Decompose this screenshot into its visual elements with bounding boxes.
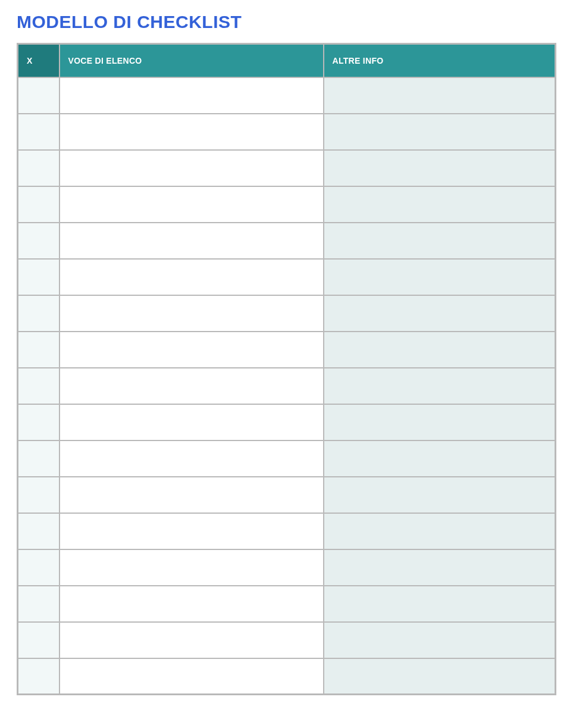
table-row (18, 549, 556, 586)
info-cell[interactable] (324, 440, 556, 477)
item-cell[interactable] (60, 477, 324, 513)
info-cell[interactable] (324, 658, 556, 695)
item-cell[interactable] (60, 513, 324, 549)
check-cell[interactable] (18, 404, 60, 440)
check-cell[interactable] (18, 332, 60, 368)
check-cell[interactable] (18, 295, 60, 332)
info-cell[interactable] (324, 622, 556, 658)
check-cell[interactable] (18, 259, 60, 295)
check-cell[interactable] (18, 658, 60, 695)
table-row (18, 295, 556, 332)
info-cell[interactable] (324, 404, 556, 440)
item-cell[interactable] (60, 658, 324, 695)
table-row (18, 259, 556, 295)
header-check: X (18, 44, 60, 77)
info-cell[interactable] (324, 295, 556, 332)
info-cell[interactable] (324, 223, 556, 259)
item-cell[interactable] (60, 186, 324, 223)
table-header: X VOCE DI ELENCO ALTRE INFO (18, 44, 556, 77)
table-row (18, 622, 556, 658)
item-cell[interactable] (60, 549, 324, 586)
info-cell[interactable] (324, 586, 556, 622)
table-row (18, 77, 556, 114)
table-row (18, 114, 556, 150)
table-row (18, 440, 556, 477)
info-cell[interactable] (324, 332, 556, 368)
item-cell[interactable] (60, 404, 324, 440)
check-cell[interactable] (18, 368, 60, 404)
item-cell[interactable] (60, 150, 324, 186)
checklist-table: X VOCE DI ELENCO ALTRE INFO (17, 43, 556, 695)
table-row (18, 513, 556, 549)
info-cell[interactable] (324, 513, 556, 549)
info-cell[interactable] (324, 150, 556, 186)
table-row (18, 150, 556, 186)
info-cell[interactable] (324, 259, 556, 295)
item-cell[interactable] (60, 586, 324, 622)
check-cell[interactable] (18, 186, 60, 223)
table-body (18, 77, 556, 695)
check-cell[interactable] (18, 114, 60, 150)
table-row (18, 477, 556, 513)
item-cell[interactable] (60, 332, 324, 368)
info-cell[interactable] (324, 114, 556, 150)
item-cell[interactable] (60, 114, 324, 150)
check-cell[interactable] (18, 513, 60, 549)
item-cell[interactable] (60, 440, 324, 477)
check-cell[interactable] (18, 477, 60, 513)
table-row (18, 332, 556, 368)
check-cell[interactable] (18, 622, 60, 658)
check-cell[interactable] (18, 223, 60, 259)
check-cell[interactable] (18, 549, 60, 586)
item-cell[interactable] (60, 622, 324, 658)
table-row (18, 586, 556, 622)
item-cell[interactable] (60, 368, 324, 404)
item-cell[interactable] (60, 259, 324, 295)
table-row (18, 186, 556, 223)
table-row (18, 368, 556, 404)
table-row (18, 404, 556, 440)
check-cell[interactable] (18, 440, 60, 477)
check-cell[interactable] (18, 77, 60, 114)
info-cell[interactable] (324, 477, 556, 513)
table-row (18, 658, 556, 695)
info-cell[interactable] (324, 549, 556, 586)
info-cell[interactable] (324, 77, 556, 114)
item-cell[interactable] (60, 295, 324, 332)
info-cell[interactable] (324, 368, 556, 404)
info-cell[interactable] (324, 186, 556, 223)
checklist-document: MODELLO DI CHECKLIST X VOCE DI ELENCO AL… (0, 0, 573, 713)
header-info: ALTRE INFO (324, 44, 556, 77)
check-cell[interactable] (18, 150, 60, 186)
item-cell[interactable] (60, 77, 324, 114)
header-item: VOCE DI ELENCO (60, 44, 324, 77)
check-cell[interactable] (18, 586, 60, 622)
page-title: MODELLO DI CHECKLIST (17, 12, 556, 32)
item-cell[interactable] (60, 223, 324, 259)
table-row (18, 223, 556, 259)
